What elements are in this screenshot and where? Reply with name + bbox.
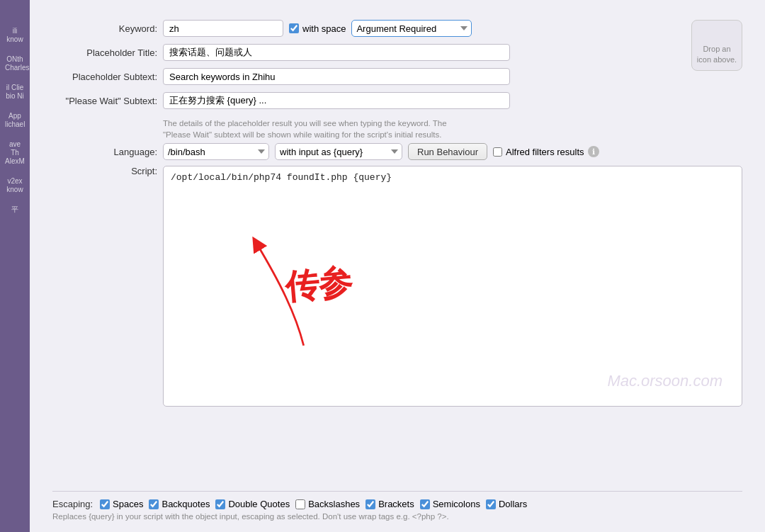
- keyword-input[interactable]: [163, 20, 283, 37]
- esc-dollars: Dollars: [486, 499, 527, 509]
- alfred-filters-wrap: Alfred filters results ℹ: [493, 146, 599, 157]
- placeholder-title-label: Placeholder Title:: [52, 47, 157, 58]
- escaping-row: Escaping: Spaces Backquotes Double Quote…: [52, 499, 742, 509]
- sidebar-item-5[interactable]: ave Th AlexM: [2, 136, 28, 170]
- escaping-section: Escaping: Spaces Backquotes Double Quote…: [52, 491, 742, 521]
- esc-backquotes-checkbox[interactable]: [149, 499, 159, 509]
- placeholder-subtext-row: Placeholder Subtext:: [52, 68, 680, 85]
- script-label: Script:: [52, 166, 157, 176]
- sidebar: ili know ONth Charles il Clie bio Ni App…: [0, 0, 30, 532]
- esc-backslashes-label: Backslashes: [308, 499, 360, 509]
- placeholder-title-row: Placeholder Title:: [52, 44, 680, 61]
- placeholder-title-input[interactable]: [163, 44, 510, 61]
- esc-double-quotes-checkbox[interactable]: [215, 499, 225, 509]
- with-input-select[interactable]: with input as {query}: [275, 143, 402, 160]
- esc-backslashes-checkbox[interactable]: [295, 499, 305, 509]
- please-wait-row: "Please Wait" Subtext:: [52, 92, 680, 109]
- script-row: Script: /opt/local/bin/php74 foundIt.php…: [52, 166, 742, 491]
- icon-drop-area[interactable]: Drop an icon above.: [691, 20, 742, 71]
- placeholder-subtext-label: Placeholder Subtext:: [52, 72, 157, 82]
- esc-backslashes: Backslashes: [295, 499, 360, 509]
- script-textarea[interactable]: /opt/local/bin/php74 foundIt.php {query}: [163, 166, 742, 407]
- with-space-checkbox[interactable]: [289, 23, 299, 33]
- language-select[interactable]: /bin/bash: [163, 143, 269, 160]
- esc-brackets-checkbox[interactable]: [366, 499, 375, 509]
- escaping-label: Escaping:: [52, 499, 93, 509]
- please-wait-input[interactable]: [163, 92, 510, 109]
- description-text: The details of the placeholder result yo…: [163, 118, 510, 140]
- sidebar-item-4[interactable]: App lichael: [2, 108, 28, 133]
- sidebar-item-1[interactable]: ili know: [2, 23, 28, 48]
- esc-semicolons: Semicolons: [420, 499, 480, 509]
- language-label: Language:: [52, 147, 157, 157]
- esc-double-quotes-label: Double Quotes: [228, 499, 290, 509]
- escaping-desc: Replaces {query} in your script with the…: [52, 512, 742, 521]
- esc-semicolons-label: Semicolons: [433, 499, 480, 509]
- sidebar-item-3[interactable]: il Clie bio Ni: [2, 79, 28, 105]
- sidebar-item-2[interactable]: ONth Charles: [2, 51, 28, 77]
- info-icon: ℹ: [588, 146, 599, 157]
- arg-required-select[interactable]: Argument Required: [351, 20, 472, 37]
- keyword-label: Keyword:: [52, 23, 157, 34]
- esc-spaces: Spaces: [100, 499, 143, 509]
- with-space-wrap: with space: [289, 23, 346, 34]
- main-panel: Mac.orsoon.com Keyword: with space Argum…: [30, 0, 765, 532]
- esc-spaces-label: Spaces: [113, 499, 143, 509]
- alfred-filters-label: Alfred filters results: [506, 147, 584, 157]
- please-wait-label: "Please Wait" Subtext:: [52, 96, 157, 106]
- esc-dollars-label: Dollars: [499, 499, 527, 509]
- language-row: Language: /bin/bash with input as {query…: [52, 143, 742, 160]
- with-space-label: with space: [302, 23, 346, 34]
- run-behaviour-button[interactable]: Run Behaviour: [408, 143, 487, 160]
- esc-backquotes-label: Backquotes: [162, 499, 210, 509]
- esc-semicolons-checkbox[interactable]: [420, 499, 430, 509]
- alfred-filters-checkbox[interactable]: [493, 147, 502, 157]
- sidebar-item-7[interactable]: 平: [2, 201, 28, 218]
- esc-brackets-label: Brackets: [378, 499, 414, 509]
- esc-spaces-checkbox[interactable]: [100, 499, 110, 509]
- sidebar-item-6[interactable]: v2ex know: [2, 173, 28, 198]
- esc-brackets: Brackets: [366, 499, 414, 509]
- esc-backquotes: Backquotes: [149, 499, 210, 509]
- esc-double-quotes: Double Quotes: [215, 499, 290, 509]
- icon-drop-label: Drop an icon above.: [697, 44, 737, 64]
- placeholder-subtext-input[interactable]: [163, 68, 510, 85]
- keyword-row: Keyword: with space Argument Required: [52, 20, 680, 37]
- esc-dollars-checkbox[interactable]: [486, 499, 496, 509]
